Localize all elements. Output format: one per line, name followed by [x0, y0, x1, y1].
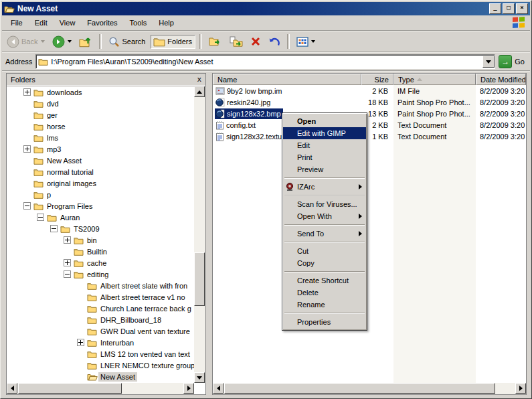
back-button[interactable]: Back: [4, 33, 48, 50]
tree-vscroll-thumb[interactable]: [194, 252, 205, 306]
views-button[interactable]: [294, 35, 318, 49]
file-row[interactable]: config.txt2 KBText Document8/2/2009 3:20…: [213, 119, 526, 131]
file-row[interactable]: reskin240.jpg18 KBPaint Shop Pro Phot...…: [213, 96, 526, 108]
panel-divider[interactable]: [206, 73, 212, 395]
context-menu-item-izarc[interactable]: IZArc: [283, 181, 366, 193]
forward-dropdown-icon[interactable]: [68, 40, 72, 43]
tree-item[interactable]: downloads: [7, 86, 194, 98]
context-menu-item-delete[interactable]: Delete: [283, 287, 366, 299]
context-menu-item-copy[interactable]: Copy: [283, 257, 366, 269]
scroll-left-icon[interactable]: [213, 383, 224, 394]
tree-item[interactable]: normal tutorial: [7, 166, 194, 177]
close-button[interactable]: ×: [516, 3, 528, 14]
column-header-size[interactable]: Size: [361, 74, 393, 85]
folder-icon: [87, 350, 98, 358]
collapse-minus-icon[interactable]: [23, 202, 31, 210]
tree-item[interactable]: New Asset: [7, 371, 194, 382]
scroll-left-icon[interactable]: [7, 383, 17, 394]
expand-plus-icon[interactable]: [23, 145, 31, 153]
context-menu-item-send-to[interactable]: Send To: [283, 228, 366, 240]
list-horizontal-scrollbar[interactable]: [213, 383, 526, 394]
menubar-item-view[interactable]: View: [54, 17, 82, 28]
address-input[interactable]: I:\Program Files\Auran\TS2009\editing\Ne…: [35, 54, 495, 69]
expand-plus-icon[interactable]: [64, 236, 71, 244]
search-button[interactable]: Search: [106, 34, 149, 50]
menubar-item-edit[interactable]: Edit: [29, 17, 54, 28]
forward-button[interactable]: [50, 33, 74, 50]
expand-plus-icon[interactable]: [23, 88, 31, 96]
move-to-button[interactable]: [206, 34, 225, 49]
file-row[interactable]: sign128x32.textu1 KBText Document8/2/200…: [213, 131, 526, 142]
context-menu-item-open[interactable]: Open: [283, 115, 366, 127]
tree-item[interactable]: New Asset: [7, 155, 194, 166]
column-header-date-modified[interactable]: Date Modified: [476, 74, 526, 85]
tree-vertical-scrollbar[interactable]: [194, 86, 205, 383]
tree-item[interactable]: mp3: [7, 143, 194, 155]
copy-to-button[interactable]: [227, 34, 246, 49]
context-menu-item-create-shortcut[interactable]: Create Shortcut: [283, 274, 366, 287]
context-menu-item-edit-with-gimp[interactable]: Edit with GIMP: [283, 127, 366, 139]
tree-item[interactable]: TS2009: [7, 223, 194, 234]
tree-item[interactable]: editing: [7, 268, 194, 280]
expand-plus-icon[interactable]: [77, 339, 84, 346]
tree-item[interactable]: DHR_Billboard_18: [7, 314, 194, 325]
tree-item[interactable]: GWR Dual vent van texture: [7, 325, 194, 337]
tree-item[interactable]: p: [7, 189, 194, 200]
scroll-up-icon[interactable]: [194, 86, 205, 97]
tree-item[interactable]: Auran: [7, 212, 194, 223]
tree-item-label: GWR Dual vent van texture: [98, 327, 192, 336]
column-header-type[interactable]: Type: [393, 74, 476, 85]
folders-panel-close-icon[interactable]: x: [197, 76, 201, 83]
collapse-minus-icon[interactable]: [50, 225, 58, 232]
tree-item[interactable]: ger: [7, 109, 194, 121]
tree-item[interactable]: original images: [7, 177, 194, 189]
tree-item[interactable]: LMS 12 ton vented van text: [7, 348, 194, 360]
tree-item[interactable]: dvd: [7, 98, 194, 109]
context-menu-item-rename[interactable]: Rename: [283, 299, 366, 311]
views-dropdown-icon[interactable]: [311, 40, 315, 43]
context-menu-item-scan-for-viruses[interactable]: Scan for Viruses...: [283, 198, 366, 210]
tree-item[interactable]: cache: [7, 257, 194, 268]
address-dropdown-button[interactable]: [482, 56, 495, 68]
tree-item[interactable]: Builtin: [7, 246, 194, 257]
context-menu-item-cut[interactable]: Cut: [283, 245, 366, 257]
context-menu-item-properties[interactable]: Properties: [283, 316, 366, 328]
maximize-button[interactable]: □: [503, 3, 515, 14]
tree-item[interactable]: Interurban: [7, 337, 194, 348]
column-header-name[interactable]: Name: [213, 74, 361, 85]
expand-plus-icon[interactable]: [64, 259, 71, 266]
context-menu-item-print[interactable]: Print: [283, 151, 366, 163]
tree-item[interactable]: Program Files: [7, 200, 194, 212]
menubar-item-tools[interactable]: Tools: [124, 17, 153, 28]
go-button[interactable]: → Go: [499, 55, 527, 68]
scroll-down-icon[interactable]: [194, 372, 205, 383]
context-menu-item-open-with[interactable]: Open With: [283, 210, 366, 222]
collapse-minus-icon[interactable]: [64, 270, 71, 278]
tree-item[interactable]: horse: [7, 121, 194, 132]
tree-item[interactable]: bin: [7, 234, 194, 246]
menubar-item-help[interactable]: Help: [153, 17, 180, 28]
collapse-minus-icon[interactable]: [37, 214, 44, 221]
context-menu-item-preview[interactable]: Preview: [283, 163, 366, 175]
minimize-button[interactable]: _: [489, 3, 501, 14]
tree-horizontal-scrollbar[interactable]: [7, 383, 194, 394]
scroll-right-icon[interactable]: [183, 383, 194, 394]
tree-item[interactable]: LNER NEMCO texture group: [7, 360, 194, 371]
menubar-item-file[interactable]: File: [5, 17, 29, 28]
tree-item[interactable]: Church Lane terrace back g: [7, 303, 194, 314]
list-hscroll-thumb[interactable]: [224, 383, 495, 394]
tree-item[interactable]: Albert street terrace v1 no: [7, 291, 194, 303]
context-menu-item-edit[interactable]: Edit: [283, 139, 366, 151]
undo-button[interactable]: [266, 34, 283, 50]
back-dropdown-icon[interactable]: [41, 40, 45, 43]
scroll-right-icon[interactable]: [515, 383, 526, 394]
file-row[interactable]: sign128x32.bmp13 KBPaint Shop Pro Phot..…: [213, 108, 526, 119]
tree-item[interactable]: Albert street slate with fron: [7, 280, 194, 291]
up-button[interactable]: [76, 33, 95, 50]
menubar-item-favorites[interactable]: Favorites: [81, 17, 123, 28]
tree-item[interactable]: lms: [7, 132, 194, 143]
file-row[interactable]: 9by2 low bmp.im2 KBIM File8/2/2009 3:20 …: [213, 85, 526, 96]
delete-button[interactable]: [248, 34, 264, 49]
tree-hscroll-thumb[interactable]: [18, 383, 122, 394]
folders-button[interactable]: Folders: [151, 35, 195, 49]
